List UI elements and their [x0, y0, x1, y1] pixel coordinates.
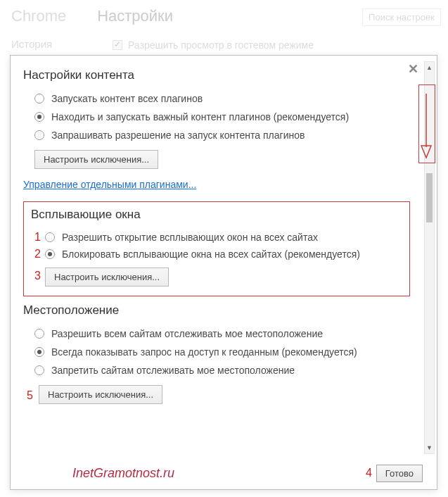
svg-marker-1	[421, 146, 431, 158]
radio-label: Разрешить всем сайтам отслеживать мое ме…	[51, 328, 323, 339]
radio-icon[interactable]	[34, 94, 44, 103]
location-opt-ask[interactable]: Всегда показывать запрос на доступ к гео…	[23, 343, 410, 361]
radio-icon[interactable]	[34, 347, 44, 357]
radio-icon[interactable]	[34, 329, 44, 339]
plugins-exceptions-button[interactable]: Настроить исключения...	[34, 150, 158, 169]
popups-exceptions-button[interactable]: Настроить исключения...	[45, 268, 169, 287]
radio-icon[interactable]	[45, 249, 55, 259]
annotation-5: 5	[23, 389, 33, 402]
annotation-4: 4	[366, 467, 372, 479]
popups-opt-allow[interactable]: Разрешить открытие всплывающих окон на в…	[42, 232, 402, 243]
annotation-3: 3	[31, 270, 41, 282]
radio-icon[interactable]	[34, 365, 44, 375]
radio-label: Запрашивать разрешение на запуск контент…	[51, 130, 305, 141]
location-exceptions-button[interactable]: Настроить исключения...	[39, 385, 162, 404]
dialog-title: Настройки контента	[23, 68, 410, 82]
scroll-down-icon[interactable]: ▼	[425, 442, 434, 453]
app-name: Chrome	[11, 7, 66, 25]
radio-label: Всегда показывать запрос на доступ к гео…	[51, 346, 357, 358]
radio-icon[interactable]	[34, 112, 44, 122]
radio-icon[interactable]	[45, 232, 55, 242]
radio-label: Запретить сайтам отслеживать мое местопо…	[51, 365, 295, 376]
radio-label: Запускать контент всех плагинов	[51, 93, 203, 104]
radio-label: Находить и запускать важный контент плаг…	[51, 111, 349, 122]
plugins-opt-run-all[interactable]: Запускать контент всех плагинов	[23, 89, 410, 108]
popups-heading: Всплывающие окна	[31, 208, 402, 222]
guest-mode-row: Разрешить просмотр в гостевом режиме	[113, 39, 314, 51]
location-opt-block[interactable]: Запретить сайтам отслеживать мое местопо…	[23, 361, 410, 379]
annotation-1: 1	[31, 231, 41, 244]
checkbox-icon[interactable]	[113, 40, 122, 50]
done-button[interactable]: Готово	[376, 465, 423, 482]
popups-section-highlight: Всплывающие окна 1 Разрешить открытие вс…	[23, 201, 410, 296]
radio-label: Разрешить открытие всплывающих окон на в…	[62, 232, 318, 243]
watermark: InetGramotnost.ru	[72, 466, 174, 481]
guest-mode-label: Разрешить просмотр в гостевом режиме	[128, 39, 314, 51]
radio-label: Блокировать всплывающие окна на всех сай…	[62, 249, 360, 260]
page-title: Настройки	[97, 7, 173, 25]
radio-icon[interactable]	[34, 130, 44, 140]
scroll-thumb[interactable]	[426, 173, 433, 222]
scroll-up-icon[interactable]: ▲	[425, 62, 434, 73]
dialog-footer: InetGramotnost.ru 4 Готово	[11, 457, 437, 489]
annotation-2: 2	[31, 248, 41, 260]
plugins-opt-ask[interactable]: Запрашивать разрешение на запуск контент…	[23, 126, 410, 144]
location-opt-allow[interactable]: Разрешить всем сайтам отслеживать мое ме…	[23, 325, 410, 343]
location-heading: Местоположение	[23, 303, 410, 317]
plugins-opt-detect[interactable]: Находить и запускать важный контент плаг…	[23, 108, 410, 126]
manage-plugins-link[interactable]: Управление отдельными плагинами...	[23, 179, 196, 190]
search-input[interactable]: Поиск настроек	[362, 8, 441, 26]
content-settings-dialog: ✕ ▲ ▼ Настройки контента Запускать конте…	[10, 55, 437, 490]
popups-opt-block[interactable]: Блокировать всплывающие окна на всех сай…	[42, 249, 402, 260]
